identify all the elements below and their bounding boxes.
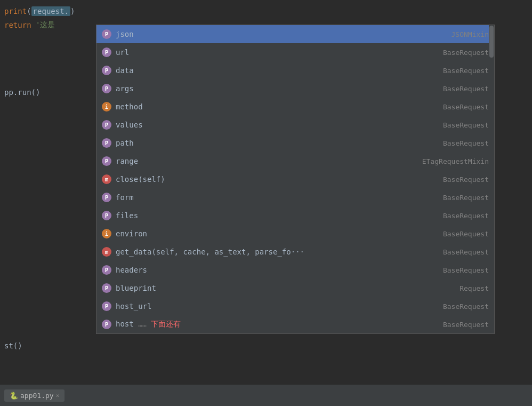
item-source: BaseRequest xyxy=(404,121,489,129)
autocomplete-item[interactable]: PheadersBaseRequest xyxy=(96,261,494,279)
autocomplete-item[interactable]: PvaluesBaseRequest xyxy=(96,116,494,134)
status-code: st() xyxy=(4,341,22,350)
item-name: environ xyxy=(116,229,404,238)
scrollbar[interactable] xyxy=(489,25,494,333)
return-line: return '这是 xyxy=(0,18,96,32)
autocomplete-item[interactable]: PurlBaseRequest xyxy=(96,43,494,61)
return-string: '这是 xyxy=(36,20,55,30)
more-dots: …… xyxy=(138,320,150,328)
tab-label: app01.py xyxy=(20,392,54,400)
item-icon: i xyxy=(102,229,111,238)
autocomplete-item[interactable]: Phost …… 下面还有BaseRequest xyxy=(96,315,494,333)
item-icon: P xyxy=(102,283,111,293)
autocomplete-item[interactable]: PdataBaseRequest xyxy=(96,61,494,79)
autocomplete-item[interactable]: ienvironBaseRequest xyxy=(96,225,494,243)
item-source: BaseRequest xyxy=(404,302,489,311)
autocomplete-item[interactable]: PargsBaseRequest xyxy=(96,79,494,98)
run-line: pp.run() xyxy=(0,85,44,99)
item-name: values xyxy=(116,121,404,129)
item-source: Request xyxy=(404,284,489,292)
item-icon: P xyxy=(102,84,111,93)
open-paren: ( xyxy=(27,7,31,15)
autocomplete-item[interactable]: PrangeETagRequestMixin xyxy=(96,152,494,170)
autocomplete-item[interactable]: mget_data(self, cache, as_text, parse_fo… xyxy=(96,243,494,261)
item-source: ETagRequestMixin xyxy=(404,157,489,165)
autocomplete-item[interactable]: Phost_urlBaseRequest xyxy=(96,297,494,315)
item-name: form xyxy=(116,193,404,202)
item-name: blueprint xyxy=(116,284,404,292)
autocomplete-dropdown: PjsonJSONMixinPurlBaseRequestPdataBaseRe… xyxy=(96,25,495,334)
item-icon: P xyxy=(102,138,111,148)
autocomplete-item[interactable]: PformBaseRequest xyxy=(96,188,494,206)
autocomplete-item[interactable]: imethodBaseRequest xyxy=(96,98,494,116)
item-source: BaseRequest xyxy=(404,103,489,111)
item-icon: m xyxy=(102,174,111,184)
item-source: BaseRequest xyxy=(404,194,489,202)
item-icon: P xyxy=(102,156,111,166)
bottom-bar: 🐍 app01.py × xyxy=(0,385,532,406)
tab-app01[interactable]: 🐍 app01.py × xyxy=(4,389,65,402)
item-name: url xyxy=(116,48,404,57)
item-icon: P xyxy=(102,265,111,275)
item-name: range xyxy=(116,157,404,165)
item-icon: P xyxy=(102,193,111,202)
tab-close-button[interactable]: × xyxy=(56,392,60,399)
item-name: headers xyxy=(116,266,404,274)
item-source: JSONMixin xyxy=(404,30,489,38)
item-source: BaseRequest xyxy=(404,248,489,256)
item-source: BaseRequest xyxy=(404,176,489,184)
autocomplete-item[interactable]: PjsonJSONMixin xyxy=(96,25,494,43)
item-name: json xyxy=(116,30,404,38)
scrollbar-thumb[interactable] xyxy=(489,26,494,58)
print-line: print(request.) xyxy=(0,4,96,18)
return-keyword: return xyxy=(4,21,31,29)
item-icon: P xyxy=(102,320,111,329)
autocomplete-list: PjsonJSONMixinPurlBaseRequestPdataBaseRe… xyxy=(96,25,494,333)
print-keyword: print xyxy=(4,7,27,15)
item-source: BaseRequest xyxy=(404,230,489,238)
item-name: host_url xyxy=(116,302,404,311)
item-source: BaseRequest xyxy=(404,212,489,220)
tab-icon: 🐍 xyxy=(10,392,18,400)
item-icon: P xyxy=(102,120,111,130)
item-name: args xyxy=(116,84,404,93)
item-name: files xyxy=(116,211,404,220)
code-area: print(request.) return '这是 xyxy=(0,0,96,36)
item-icon: m xyxy=(102,247,111,257)
item-name: path xyxy=(116,139,404,147)
more-label: 下面还有 xyxy=(151,320,181,328)
item-source: BaseRequest xyxy=(404,67,489,75)
item-source: BaseRequest xyxy=(404,49,489,57)
item-name: get_data(self, cache, as_text, parse_fo·… xyxy=(116,248,404,256)
close-paren: ) xyxy=(70,7,75,15)
item-source: BaseRequest xyxy=(404,85,489,93)
item-icon: P xyxy=(102,66,111,75)
item-icon: P xyxy=(102,47,111,57)
item-icon: P xyxy=(102,211,111,220)
item-name: close(self) xyxy=(116,175,404,184)
autocomplete-item[interactable]: PfilesBaseRequest xyxy=(96,206,494,225)
item-name: host …… 下面还有 xyxy=(116,320,404,329)
item-icon: P xyxy=(102,29,111,39)
run-code: pp.run() xyxy=(4,88,40,97)
item-icon: i xyxy=(102,102,111,112)
item-source: BaseRequest xyxy=(404,139,489,147)
item-source: BaseRequest xyxy=(404,321,489,329)
item-source: BaseRequest xyxy=(404,266,489,274)
autocomplete-item[interactable]: PpathBaseRequest xyxy=(96,134,494,152)
autocomplete-item[interactable]: mclose(self)BaseRequest xyxy=(96,170,494,188)
request-highlight: request. xyxy=(31,6,70,16)
item-name: method xyxy=(116,102,404,111)
item-name: data xyxy=(116,66,404,75)
autocomplete-item[interactable]: PblueprintRequest xyxy=(96,279,494,297)
item-icon: P xyxy=(102,301,111,311)
status-line-code: st() xyxy=(0,339,27,353)
